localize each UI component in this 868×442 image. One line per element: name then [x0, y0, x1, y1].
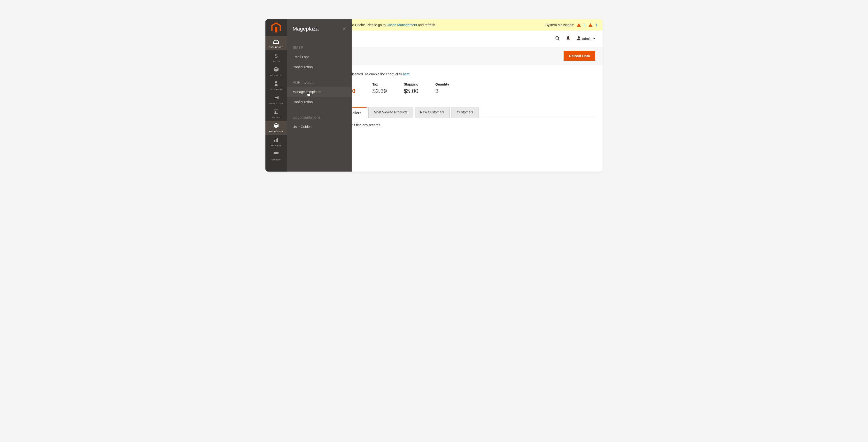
magento-logo-icon	[271, 22, 281, 33]
submenu-section-smtp: SMTP	[292, 37, 346, 52]
user-icon	[577, 36, 581, 41]
stat-label: Tax	[372, 82, 387, 86]
svg-rect-1	[274, 110, 278, 114]
dollar-icon: $	[275, 53, 278, 59]
submenu-section-documentations: Documentations	[292, 107, 346, 122]
warning-count[interactable]: 1	[595, 23, 597, 27]
search-icon[interactable]	[555, 36, 560, 41]
sidebar-item-sales[interactable]: $ SALES	[266, 51, 287, 64]
warning-icon[interactable]	[577, 23, 581, 27]
submenu-item-smtp-configuration[interactable]: Configuration	[292, 62, 346, 72]
dashboard-icon	[273, 39, 279, 45]
svg-rect-4	[274, 140, 275, 142]
submenu-item-pdf-configuration[interactable]: Configuration	[292, 97, 346, 107]
sidebar-item-label: MARKETING	[269, 102, 283, 105]
submenu-panel: Mageplaza ✕ SMTP Email Logs Configuratio…	[287, 20, 352, 172]
submenu-item-manage-templates[interactable]: Manage Templates	[287, 87, 352, 97]
app-window: DASHBOARD $ SALES PRODUCTS CUSTOMERS MAR…	[266, 20, 602, 172]
enable-chart-link[interactable]: here	[403, 72, 410, 76]
sidebar-item-stores[interactable]: STORES	[266, 149, 287, 163]
stat-quantity: Quantity 3	[435, 82, 449, 94]
admin-dropdown[interactable]: admin ▼	[577, 36, 595, 41]
bar-chart-icon	[274, 137, 278, 144]
svg-point-9	[578, 36, 580, 38]
submenu-section-pdf-invoice: PDF Invoice	[292, 72, 346, 87]
sidebar-item-label: STORES	[272, 158, 281, 161]
tabs-row: Bestsellers Most Viewed Products New Cus…	[338, 107, 595, 118]
stat-label: Quantity	[435, 82, 449, 86]
notifications-icon[interactable]	[566, 36, 570, 41]
sidebar-item-label: DASHBOARD	[269, 46, 283, 49]
system-messages-right: System Messages: 1 1	[546, 23, 597, 27]
submenu-item-email-logs[interactable]: Email Logs	[292, 52, 346, 62]
right-column: Chart is disabled. To enable the chart, …	[338, 72, 595, 164]
svg-line-8	[558, 39, 559, 40]
stat-value: $2.39	[372, 88, 387, 94]
sidebar-item-reports[interactable]: REPORTS	[266, 135, 287, 149]
cursor-hand-icon	[307, 92, 310, 97]
warning-icon[interactable]	[589, 23, 592, 27]
reload-data-button[interactable]: Reload Data	[564, 51, 595, 61]
tab-most-viewed[interactable]: Most Viewed Products	[368, 107, 413, 118]
megaphone-icon	[274, 95, 279, 101]
svg-point-7	[556, 37, 558, 39]
sidebar-item-dashboard[interactable]: DASHBOARD	[266, 36, 287, 51]
sidebar-item-products[interactable]: PRODUCTS	[266, 64, 287, 79]
sidebar-item-label: CONTENT	[271, 116, 282, 119]
magento-logo[interactable]	[266, 20, 287, 36]
stats-row: Revenue $61.00 Tax $2.39 Shipping $5.00 …	[338, 82, 595, 94]
chevron-down-icon: ▼	[593, 37, 595, 40]
admin-label: admin	[582, 37, 591, 41]
submenu-title: Mageplaza	[292, 26, 319, 32]
tab-content: We couldn't find any records.	[338, 118, 595, 132]
stat-value: $5.00	[404, 88, 418, 94]
sidebar-item-customers[interactable]: CUSTOMERS	[266, 79, 287, 93]
stat-label: Shipping	[404, 82, 418, 86]
chart-disabled-message: Chart is disabled. To enable the chart, …	[338, 72, 595, 76]
system-messages-label: System Messages:	[546, 23, 574, 27]
svg-point-0	[275, 81, 277, 83]
close-icon[interactable]: ✕	[342, 26, 346, 32]
warning-count[interactable]: 1	[584, 23, 586, 27]
sidebar-item-marketing[interactable]: MARKETING	[266, 93, 287, 107]
stat-value: 3	[435, 88, 449, 94]
svg-rect-6	[277, 138, 278, 142]
person-icon	[274, 81, 278, 87]
stat-tax: Tax $2.39	[372, 82, 387, 94]
main-sidebar: DASHBOARD $ SALES PRODUCTS CUSTOMERS MAR…	[266, 20, 287, 172]
sidebar-item-mageplaza[interactable]: MAGEPLAZA	[266, 121, 287, 135]
layout-icon	[274, 109, 278, 115]
tab-new-customers[interactable]: New Customers	[414, 107, 450, 118]
sidebar-item-label: REPORTS	[271, 144, 281, 147]
store-icon	[274, 151, 279, 157]
sidebar-item-label: MAGEPLAZA	[269, 130, 283, 133]
sidebar-item-label: SALES	[273, 60, 280, 62]
sidebar-item-content[interactable]: CONTENT	[266, 107, 287, 121]
sidebar-item-label: CUSTOMERS	[269, 88, 283, 91]
submenu-item-user-guides[interactable]: User Guides	[292, 122, 346, 132]
tab-customers[interactable]: Customers	[451, 107, 479, 118]
sidebar-item-label: PRODUCTS	[270, 74, 283, 77]
header-actions: admin ▼	[555, 36, 595, 41]
cache-management-link[interactable]: Cache Management	[386, 23, 417, 27]
stat-shipping: Shipping $5.00	[404, 82, 418, 94]
svg-rect-5	[276, 139, 277, 142]
box-icon	[274, 67, 279, 73]
package-icon	[274, 123, 279, 129]
